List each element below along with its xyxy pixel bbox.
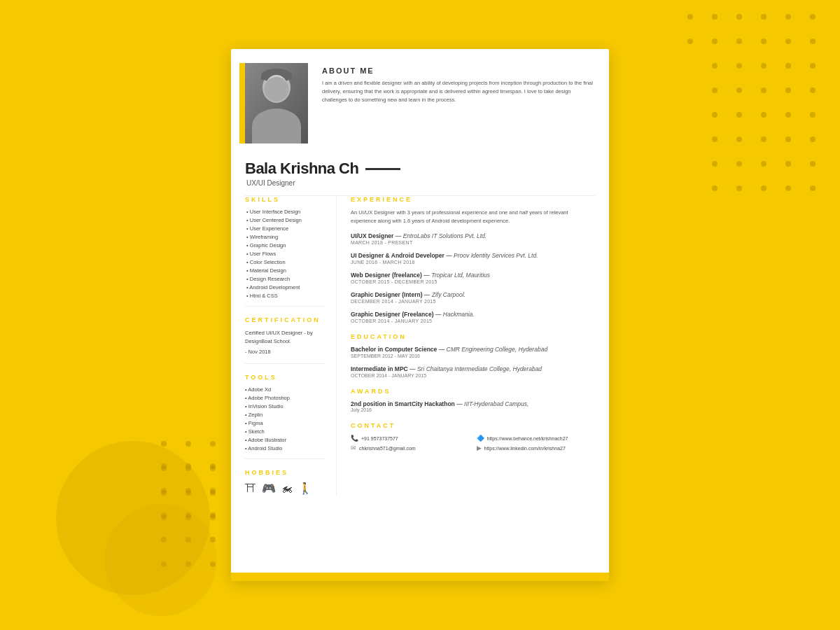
skill-item: User Flows	[245, 251, 326, 257]
education-item: Bachelor in Computer Science — CMR Engin…	[351, 346, 595, 358]
divider-1	[245, 306, 326, 307]
exp-date: December 2014 - January 2015	[351, 299, 595, 304]
exp-role: UI Designer & Android Developer — Proov …	[351, 252, 595, 259]
award-title: 2nd position in SmartCity Hackathon — II…	[351, 400, 595, 407]
svg-point-6	[265, 75, 288, 100]
tool-item: Figma	[245, 420, 326, 426]
contact-icon-linkedin: ▶	[477, 444, 482, 451]
resume-card: ABOUT ME I am a driven and flexible desi…	[231, 49, 609, 581]
skills-title: SKILLS	[245, 196, 326, 203]
exp-role: Graphic Designer (Intern) — Zify Carpool…	[351, 291, 595, 298]
experience-item: Graphic Designer (Freelance) — Hackmania…	[351, 311, 595, 323]
contact-title: CONTACT	[351, 422, 595, 429]
contact-grid: 📞 +91 9573737577 🔷 https://www.behance.n…	[351, 435, 595, 451]
exp-role: UI/UX Designer — EntroLabs IT Solutions …	[351, 232, 595, 239]
contact-item: 📞 +91 9573737577	[351, 435, 470, 442]
svg-rect-7	[267, 84, 275, 89]
contact-value: https://www.behance.net/krishnach27	[487, 436, 568, 441]
full-name: Bala Krishna Ch	[245, 160, 358, 178]
photo-wrapper	[245, 63, 308, 144]
exp-date: October 2015 - December 2015	[351, 279, 595, 284]
education-list: Bachelor in Computer Science — CMR Engin…	[351, 346, 595, 378]
hobby-icon: 🏍	[281, 482, 293, 495]
name-decoration	[365, 168, 400, 170]
header-section: ABOUT ME I am a driven and flexible desi…	[231, 49, 609, 154]
skill-item: User Experience	[245, 225, 326, 232]
name-section: Bala Krishna Ch UX/UI Designer	[231, 154, 609, 195]
exp-role: Web Designer (freelance) — Tropicar Ltd,…	[351, 272, 595, 279]
exp-date: June 2016 - March 2018	[351, 260, 595, 265]
experience-intro: An UI/UX Designer with 3 years of profes…	[351, 209, 595, 225]
about-section: ABOUT ME I am a driven and flexible desi…	[322, 63, 595, 104]
edu-date: September 2012 - May 2016	[351, 354, 595, 358]
about-text: I am a driven and flexible designer with…	[322, 79, 595, 104]
certification-title: CERTIFICATiON	[245, 316, 326, 323]
experience-item: UI Designer & Android Developer — Proov …	[351, 252, 595, 265]
hobbies-title: HOBBIES	[245, 469, 326, 476]
contact-value: +91 9573737577	[361, 436, 398, 441]
skill-item: Material Design	[245, 267, 326, 274]
exp-role: Graphic Designer (Freelance) — Hackmania…	[351, 311, 595, 318]
tool-item: Android Studio	[245, 445, 326, 451]
skill-item: User Interface Design	[245, 209, 326, 215]
awards-list: 2nd position in SmartCity Hackathon — II…	[351, 400, 595, 412]
hobbies-icons: ⛩🎮🏍🚶	[245, 482, 326, 495]
skill-item: Wireframing	[245, 234, 326, 240]
divider-2	[245, 363, 326, 364]
awards-title: AWARDS	[351, 388, 595, 395]
contact-value: https://www.linkedin.com/in/krishna27	[484, 446, 566, 451]
skill-item: Html & CSS	[245, 293, 326, 299]
svg-point-5	[255, 110, 298, 144]
experience-list: UI/UX Designer — EntroLabs IT Solutions …	[351, 232, 595, 323]
about-title: ABOUT ME	[322, 66, 595, 75]
hobby-icon: 🎮	[262, 482, 276, 495]
hobby-icon: ⛩	[245, 482, 256, 495]
contact-icon-phone: 📞	[351, 435, 358, 442]
education-title: EDUCATION	[351, 333, 595, 340]
edu-date: October 2014 - January 2015	[351, 373, 595, 378]
tool-item: Adobe Photoshop	[245, 395, 326, 401]
svg-rect-8	[278, 84, 286, 89]
edu-degree: Bachelor in Computer Science — CMR Engin…	[351, 346, 595, 353]
contact-item: 🔷 https://www.behance.net/krishnach27	[477, 435, 596, 442]
experience-item: Graphic Designer (Intern) — Zify Carpool…	[351, 291, 595, 304]
bottom-bar	[231, 573, 609, 581]
experience-item: Web Designer (freelance) — Tropicar Ltd,…	[351, 272, 595, 284]
tools-title: TOOLS	[245, 374, 326, 381]
contact-item: ▶ https://www.linkedin.com/in/krishna27	[477, 444, 596, 451]
skills-list: User Interface DesignUser Centered Desig…	[245, 209, 326, 299]
content-area: SKILLS User Interface DesignUser Centere…	[231, 196, 609, 509]
skill-item: Graphic Design	[245, 242, 326, 248]
contact-value: chkrishna571@gmail.com	[359, 446, 416, 451]
contact-item: ✉ chkrishna571@gmail.com	[351, 444, 470, 451]
designation: UX/UI Designer	[245, 179, 595, 187]
cert-text: Certified UI/UX Designer - by DesignBoat…	[245, 329, 326, 346]
hobby-icon: 🚶	[298, 482, 312, 495]
tools-list: Adobe XdAdobe PhotoshopInVision StudioZe…	[245, 386, 326, 451]
divider-3	[245, 458, 326, 459]
contact-icon-behance: 🔷	[477, 435, 484, 442]
tool-item: Sketch	[245, 428, 326, 435]
tool-item: Zeplin	[245, 412, 326, 418]
tool-item: Adobe Xd	[245, 386, 326, 393]
cert-date: - Nov 2018	[245, 348, 326, 356]
experience-item: UI/UX Designer — EntroLabs IT Solutions …	[351, 232, 595, 245]
award-date: July 2016	[351, 407, 595, 412]
exp-date: March 2018 - PRESENT	[351, 240, 595, 245]
profile-photo	[245, 63, 308, 144]
skill-item: User Centered Design	[245, 217, 326, 223]
skill-item: Color Selection	[245, 259, 326, 265]
contact-icon-email: ✉	[351, 444, 356, 451]
skill-item: Design Research	[245, 276, 326, 282]
wave-decoration-2	[105, 504, 217, 616]
tool-item: Adobe Illustrator	[245, 437, 326, 443]
skill-item: Android Development	[245, 284, 326, 290]
tool-item: InVision Studio	[245, 403, 326, 410]
edu-degree: Intermediate in MPC — Sri Chaitanya Inte…	[351, 365, 595, 372]
award-item: 2nd position in SmartCity Hackathon — II…	[351, 400, 595, 412]
experience-title: EXPERIENCE	[351, 196, 595, 203]
left-column: SKILLS User Interface DesignUser Centere…	[231, 196, 336, 495]
exp-date: October 2014 - January 2015	[351, 318, 595, 323]
right-column: EXPERIENCE An UI/UX Designer with 3 year…	[336, 196, 609, 495]
education-item: Intermediate in MPC — Sri Chaitanya Inte…	[351, 365, 595, 378]
